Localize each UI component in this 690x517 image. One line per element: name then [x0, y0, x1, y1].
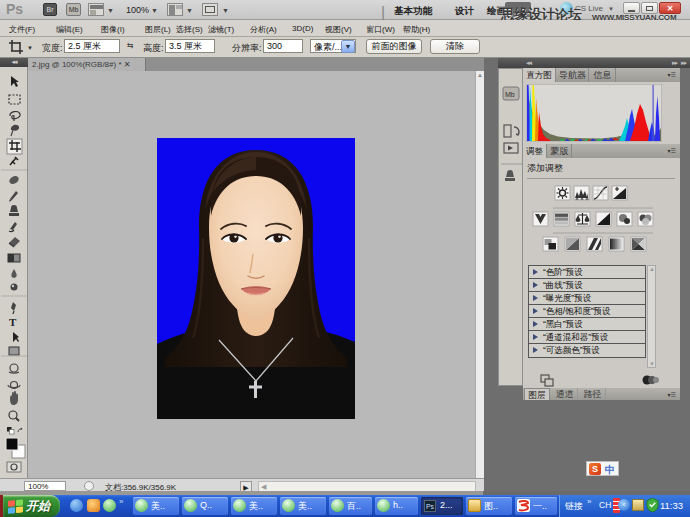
svg-text:T: T: [9, 316, 17, 328]
svg-text:Mb: Mb: [505, 91, 515, 98]
